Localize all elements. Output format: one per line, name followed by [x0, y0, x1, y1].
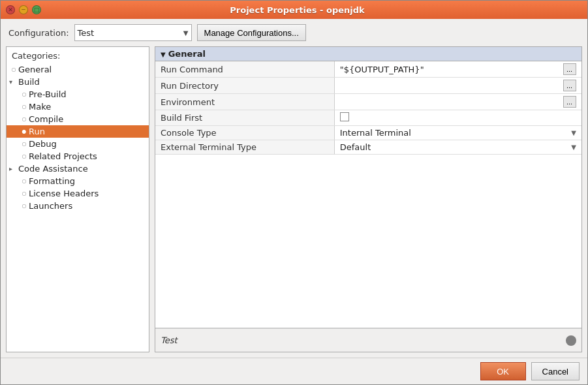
- sidebar-item-compile[interactable]: ○Compile: [7, 113, 149, 125]
- bullet-icon: ○: [20, 116, 29, 122]
- dialog-body: Configuration: Test ▼ Manage Configurati…: [1, 19, 587, 358]
- bullet-icon: ○: [20, 141, 29, 147]
- prop-value-text: "${OUTPUT_PATH}": [340, 65, 424, 74]
- section-header-cell: ▼General: [155, 47, 581, 61]
- collapsed-icon: ▸: [9, 165, 18, 172]
- panels: Categories: ○General▾Build○Pre-Build○Mak…: [1, 46, 587, 358]
- chevron-down-icon: ▼: [571, 144, 576, 151]
- bullet-icon: ○: [20, 91, 29, 97]
- sidebar-item-label: Launchers: [29, 201, 72, 211]
- prop-dropdown-value: Internal Terminal: [340, 128, 411, 138]
- status-indicator: [566, 335, 576, 346]
- prop-label: Console Type: [155, 126, 334, 140]
- ok-button[interactable]: OK: [480, 362, 526, 380]
- bullet-icon: ●: [20, 129, 29, 134]
- sidebar-item-label: Build: [18, 77, 40, 87]
- sidebar-item-label: Debug: [29, 139, 57, 149]
- prop-checkbox[interactable]: [340, 112, 349, 121]
- sidebar-item-formatting[interactable]: ○Formatting: [7, 175, 149, 187]
- categories-label: Categories:: [7, 50, 149, 63]
- prop-browse-button[interactable]: ...: [563, 63, 576, 75]
- table-row: Build First: [155, 110, 581, 126]
- sidebar-item-related-projects[interactable]: ○Related Projects: [7, 150, 149, 162]
- sidebar-item-make[interactable]: ○Make: [7, 100, 149, 113]
- window-title: Project Properties - openjdk: [12, 5, 582, 15]
- status-label: Test: [161, 335, 178, 345]
- titlebar: ✕ ─ □ Project Properties - openjdk: [1, 1, 587, 19]
- configuration-select[interactable]: Test ▼: [74, 24, 192, 41]
- dialog: ✕ ─ □ Project Properties - openjdk Confi…: [0, 0, 588, 385]
- cancel-button[interactable]: Cancel: [531, 362, 580, 380]
- prop-label: Environment: [155, 94, 334, 110]
- prop-dropdown-value: Default: [340, 142, 371, 152]
- sidebar-item-run[interactable]: ●Run: [7, 125, 149, 138]
- expanded-icon: ▾: [9, 78, 18, 85]
- bullet-icon: ○: [20, 104, 29, 110]
- prop-label: External Terminal Type: [155, 140, 334, 155]
- chevron-down-icon: ▼: [183, 29, 189, 37]
- categories-panel: Categories: ○General▾Build○Pre-Build○Mak…: [6, 46, 149, 352]
- sidebar-item-label: Pre-Build: [29, 89, 67, 99]
- bullet-icon: ○: [20, 153, 29, 159]
- prop-value-wrapper: ...: [340, 96, 576, 108]
- prop-value-cell: [334, 110, 581, 126]
- sidebar-item-label: Related Projects: [29, 151, 97, 161]
- table-row: External Terminal TypeDefault▼: [155, 140, 581, 155]
- sidebar-item-code-assistance[interactable]: ▸Code Assistance: [7, 162, 149, 175]
- config-label: Configuration:: [8, 28, 69, 38]
- prop-value-cell[interactable]: Internal Terminal▼: [334, 126, 581, 140]
- properties-table: ▼GeneralRun Command"${OUTPUT_PATH}"...Ru…: [155, 47, 581, 328]
- right-bottom-bar: Test: [155, 328, 581, 352]
- table-row: Run Command"${OUTPUT_PATH}"...: [155, 61, 581, 78]
- config-row: Configuration: Test ▼ Manage Configurati…: [1, 19, 587, 46]
- prop-value-wrapper: ...: [340, 80, 576, 91]
- bullet-icon: ○: [9, 67, 18, 72]
- prop-label: Run Directory: [155, 78, 334, 94]
- sidebar-item-label: Run: [29, 127, 45, 136]
- properties-panel: ▼GeneralRun Command"${OUTPUT_PATH}"...Ru…: [155, 46, 582, 352]
- categories-tree: ○General▾Build○Pre-Build○Make○Compile●Ru…: [7, 63, 149, 212]
- properties-table-inner: ▼GeneralRun Command"${OUTPUT_PATH}"...Ru…: [155, 47, 581, 155]
- sidebar-item-debug[interactable]: ○Debug: [7, 138, 149, 150]
- sidebar-item-general[interactable]: ○General: [7, 63, 149, 76]
- table-row: Run Directory...: [155, 78, 581, 94]
- table-row: Environment...: [155, 94, 581, 110]
- dialog-footer: OK Cancel: [1, 358, 587, 384]
- prop-dropdown[interactable]: Internal Terminal▼: [340, 128, 576, 138]
- sidebar-item-label: Compile: [29, 114, 63, 124]
- sidebar-item-label: License Headers: [29, 189, 99, 198]
- sidebar-item-label: Code Assistance: [18, 164, 88, 174]
- bullet-icon: ○: [20, 191, 29, 196]
- prop-value-cell[interactable]: ...: [334, 78, 581, 94]
- prop-value-cell[interactable]: Default▼: [334, 140, 581, 155]
- sidebar-item-label: Make: [29, 102, 51, 112]
- prop-label: Build First: [155, 110, 334, 126]
- configuration-value: Test: [78, 28, 95, 38]
- prop-value-cell[interactable]: "${OUTPUT_PATH}"...: [334, 61, 581, 78]
- sidebar-item-pre-build[interactable]: ○Pre-Build: [7, 88, 149, 100]
- sidebar-item-license-headers[interactable]: ○License Headers: [7, 187, 149, 200]
- sidebar-item-launchers[interactable]: ○Launchers: [7, 200, 149, 212]
- section-expander-icon: ▼: [161, 51, 166, 58]
- prop-dropdown[interactable]: Default▼: [340, 142, 576, 152]
- sidebar-item-build[interactable]: ▾Build: [7, 76, 149, 88]
- section-header-row[interactable]: ▼General: [155, 47, 581, 61]
- prop-value-wrapper: "${OUTPUT_PATH}"...: [340, 63, 576, 75]
- manage-configurations-button[interactable]: Manage Configurations...: [197, 24, 306, 41]
- prop-label: Run Command: [155, 61, 334, 78]
- sidebar-item-label: Formatting: [29, 176, 75, 186]
- prop-value-cell[interactable]: ...: [334, 94, 581, 110]
- chevron-down-icon: ▼: [571, 129, 576, 136]
- sidebar-item-label: General: [18, 65, 52, 74]
- prop-browse-button[interactable]: ...: [563, 80, 576, 91]
- table-row: Console TypeInternal Terminal▼: [155, 126, 581, 140]
- prop-browse-button[interactable]: ...: [563, 96, 576, 108]
- bullet-icon: ○: [20, 178, 29, 184]
- bullet-icon: ○: [20, 203, 29, 209]
